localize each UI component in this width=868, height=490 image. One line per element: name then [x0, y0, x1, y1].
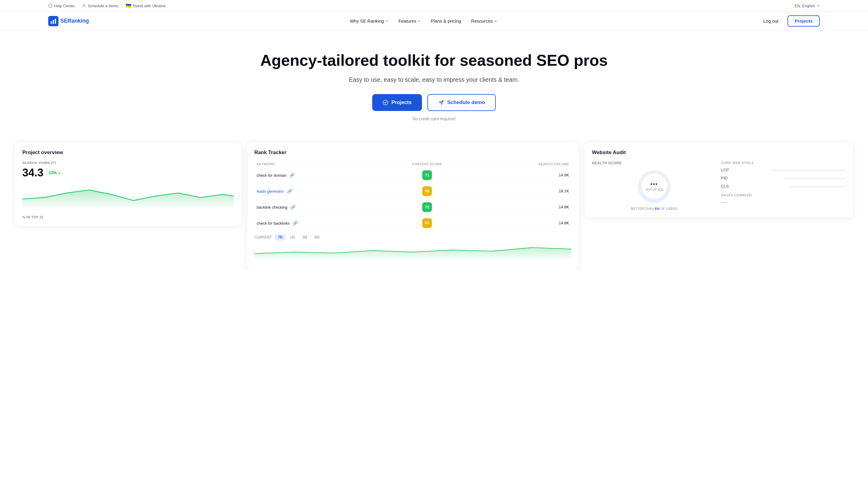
- logo-se: SE: [60, 18, 67, 24]
- tab-7d[interactable]: 7D: [275, 234, 285, 240]
- schedule-demo-link[interactable]: Schedule a demo: [82, 4, 118, 8]
- website-audit-card: Website Audit HEALTH SCORE ••• OUT OF 10…: [585, 142, 853, 218]
- rank-mini-chart: [254, 241, 571, 260]
- nav-features[interactable]: Features: [394, 16, 425, 26]
- hero-section: Agency-tailored toolkit for seasoned SEO…: [0, 30, 868, 136]
- hero-buttons: Projects Schedule demo: [6, 94, 862, 111]
- svg-point-2: [84, 4, 85, 6]
- rank-score-cell: 71: [379, 167, 475, 183]
- score-badge: 67: [422, 218, 432, 228]
- better-pct: 6%: [655, 207, 660, 210]
- svg-rect-4: [53, 20, 54, 24]
- fid-label: FID: [721, 176, 727, 180]
- lcp-bar: [771, 170, 846, 171]
- fid-bar: [784, 178, 846, 179]
- nav-plans[interactable]: Plans & pricing: [427, 16, 465, 26]
- rank-keyword-text: backlink checking: [257, 205, 287, 209]
- rank-score-cell: 67: [379, 215, 475, 231]
- logo[interactable]: SERanking: [48, 16, 89, 26]
- ukraine-link[interactable]: 🇺🇦 Stand with Ukraine: [126, 3, 166, 8]
- score-badge: 72: [422, 202, 432, 212]
- rank-score-cell: 72: [379, 199, 475, 215]
- top10-stat: % IN TOP 10: [22, 215, 234, 219]
- link-icon: 🔗: [289, 173, 294, 178]
- hero-projects-button[interactable]: Projects: [372, 94, 422, 111]
- cards-section: Project overview SEARCH VISIBILITY 34.3 …: [0, 136, 868, 270]
- rank-volume-cell: 14.8K: [475, 167, 571, 183]
- rank-table-body: check for domain 🔗 71 14.8K leads genera…: [254, 167, 571, 231]
- nav-why-se-ranking[interactable]: Why SE Ranking: [346, 16, 393, 26]
- hero-schedule-button[interactable]: Schedule demo: [427, 94, 496, 111]
- help-center-link[interactable]: ? Help Center: [48, 4, 75, 8]
- nav-resources-label: Resources: [471, 19, 493, 24]
- rank-table-header: KEYWORD CONTENT SCORE SEARCH VOLUME: [254, 161, 571, 167]
- score-badge: 71: [422, 170, 432, 180]
- donut-center: ••• OUT OF 100: [646, 181, 663, 192]
- cwv-lcp: LCP: [721, 168, 846, 172]
- logout-button[interactable]: Log out: [758, 16, 784, 26]
- audit-inner: HEALTH SCORE ••• OUT OF 100 BETTER THAN …: [592, 161, 846, 210]
- score-badge: 66: [422, 186, 432, 196]
- col-content: CONTENT SCORE: [379, 161, 475, 167]
- rank-volume-cell: 14.8K: [475, 215, 571, 231]
- col-keyword: KEYWORD: [254, 161, 379, 167]
- lang-code: EN: [795, 4, 800, 8]
- rank-keyword-cell: check for backlinks 🔗: [254, 215, 379, 231]
- nav-right: Log out Projects: [758, 16, 820, 27]
- svg-rect-5: [55, 19, 56, 24]
- rank-keyword-text: check for domain: [257, 173, 287, 178]
- donut-dots: •••: [646, 181, 663, 188]
- rank-tracker-title: Rank Tracker: [254, 150, 571, 155]
- logo-chart-icon: [50, 18, 57, 24]
- hero-schedule-label: Schedule demo: [447, 99, 485, 106]
- hero-note: No credit card required: [6, 116, 862, 121]
- help-center-text: Help Center: [54, 4, 75, 8]
- person-icon: [82, 4, 86, 8]
- projects-button[interactable]: Projects: [787, 16, 820, 27]
- better-suffix: OF USERS: [661, 207, 678, 210]
- chevron-down-icon: [385, 20, 388, 23]
- rank-keyword-text[interactable]: leads generator: [257, 189, 284, 194]
- better-than-text: BETTER THAN: [631, 207, 654, 210]
- rank-tracker-card: Rank Tracker KEYWORD CONTENT SCORE SEARC…: [247, 142, 579, 270]
- hero-projects-label: Projects: [392, 99, 412, 106]
- tab-1m[interactable]: 1M: [287, 234, 298, 240]
- link-icon: 🔗: [287, 189, 292, 194]
- audit-left: HEALTH SCORE ••• OUT OF 100 BETTER THAN …: [592, 161, 716, 210]
- ukraine-flag: 🇺🇦: [126, 3, 131, 8]
- rank-table-row: check for backlinks 🔗 67 14.8K: [254, 215, 571, 231]
- projects-icon: [382, 99, 389, 106]
- nav-plans-label: Plans & pricing: [431, 19, 461, 24]
- nav-links: Why SE Ranking Features Plans & pricing …: [346, 16, 501, 26]
- nav-why-label: Why SE Ranking: [350, 19, 384, 24]
- cwv-label: CORE WEB VITALS: [721, 161, 846, 165]
- lang-full: English: [802, 4, 815, 8]
- donut-chart: ••• OUT OF 100: [636, 168, 673, 204]
- rank-volume-cell: 18.1K: [475, 183, 571, 199]
- rank-tabs: CURRENT 7D 1M 3M 6M: [254, 234, 571, 240]
- project-overview-card: Project overview SEARCH VISIBILITY 34.3 …: [15, 142, 241, 226]
- rank-chart-svg: [254, 241, 571, 260]
- chevron-down-icon: [817, 4, 820, 7]
- website-audit-title: Website Audit: [592, 150, 846, 155]
- lang-selector[interactable]: EN English: [795, 4, 820, 8]
- audit-right: CORE WEB VITALS LCP FID CLS PAGES CRAWLE…: [721, 161, 846, 210]
- rank-table-row: backlink checking 🔗 72 14.8K: [254, 199, 571, 215]
- lcp-label: LCP: [721, 168, 729, 172]
- chevron-down-icon: [417, 20, 421, 23]
- chevron-down-icon: [494, 20, 497, 23]
- tab-6m[interactable]: 6M: [311, 234, 322, 240]
- top-bar-left: ? Help Center Schedule a demo 🇺🇦 Stand w…: [48, 3, 166, 8]
- tab-3m[interactable]: 3M: [299, 234, 310, 240]
- nav-resources[interactable]: Resources: [467, 16, 501, 26]
- col-volume: SEARCH VOLUME: [475, 161, 571, 167]
- pages-crawled-value: —: [721, 199, 846, 206]
- main-nav: SERanking Why SE Ranking Features Plans …: [0, 12, 868, 30]
- rank-volume-cell: 14.8K: [475, 199, 571, 215]
- rank-table-row: check for domain 🔗 71 14.8K: [254, 167, 571, 183]
- logo-ranking: Ranking: [67, 18, 89, 24]
- ukraine-text: Stand with Ukraine: [133, 4, 166, 8]
- rank-table: KEYWORD CONTENT SCORE SEARCH VOLUME chec…: [254, 161, 571, 231]
- rank-keyword-cell: check for domain 🔗: [254, 167, 379, 183]
- logo-icon: [48, 16, 59, 26]
